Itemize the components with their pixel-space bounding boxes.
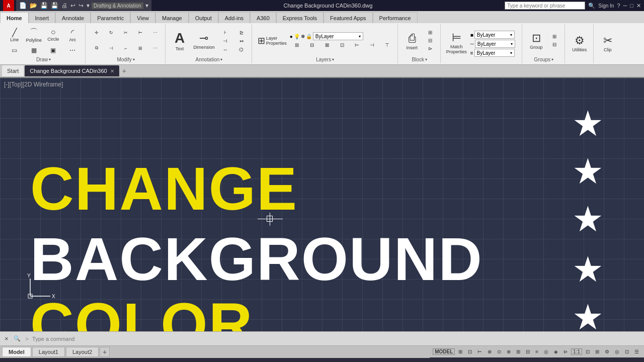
block-insert-btn[interactable]: ⎙ Insert [402,27,422,55]
lw-btn[interactable]: ≡ [533,349,540,354]
annotation-small5-btn[interactable]: ↭ [234,37,249,45]
draw-circle-btn[interactable]: ○ Circle [44,27,63,43]
layer-btn5[interactable]: ⊢ [350,41,364,49]
block-btn3[interactable]: ⊳ [423,45,437,52]
ortho-btn[interactable]: ⊢ [475,349,484,354]
tab-featured[interactable]: Featured Apps [324,12,373,23]
restore-button[interactable]: □ [630,3,633,9]
minimize-button[interactable]: ─ [623,3,627,9]
tab-annotate[interactable]: Annotate [55,12,91,23]
annotation-small4-btn[interactable]: ⊵ [234,29,249,36]
prop-lineweight-arrow[interactable]: ▾ [510,51,512,55]
qa-new[interactable]: 📄 [18,2,28,10]
group-btn2[interactable]: ⊞ [547,33,561,40]
help-icon[interactable]: ? [617,3,620,9]
modify-fillet-btn[interactable]: ⌐ [119,45,133,52]
snap-btn[interactable]: ⊡ [466,349,474,354]
modify-mirror-btn[interactable]: ⊣ [104,45,118,52]
tab-add-btn[interactable]: + [120,67,128,75]
layer-properties-btn[interactable]: ⊞ Layer Properties [256,34,288,47]
fullscreen-btn[interactable]: ⊡ [623,349,631,354]
polar-btn[interactable]: ⊗ [486,349,494,354]
layer-btn2[interactable]: ⊟ [305,41,319,49]
clip-btn[interactable]: ✂ Clip [598,29,618,57]
annotation-small2-btn[interactable]: ⊣ [218,37,232,45]
qa-save-as[interactable]: 💾 [50,2,59,10]
dyn-btn[interactable]: ⊟ [524,349,532,354]
group-btn[interactable]: ⊡ Group [526,27,546,55]
block-dropdown-icon[interactable]: ▾ [425,57,427,62]
command-input[interactable] [32,336,641,342]
customization-btn[interactable]: ☰ [632,349,641,354]
cmd-close-btn[interactable]: × [3,335,10,342]
modify-dropdown-icon[interactable]: ▾ [133,57,135,62]
tab-performance[interactable]: Performance [373,12,418,23]
workspace-dropdown[interactable]: ▾ [144,2,149,10]
layers-group-label[interactable]: Layers ▾ [316,56,334,62]
modify-more2-btn[interactable]: ⋯ [148,45,162,52]
modify-array-btn[interactable]: ⊞ [133,45,147,52]
draw-rect-btn[interactable]: ▭ [5,46,24,55]
modify-group-label[interactable]: Modify ▾ [117,56,134,62]
prop-lineweight-combo[interactable]: ByLayer ▾ [474,49,515,57]
tab-output[interactable]: Output [189,12,218,23]
qa-dropdown[interactable]: ▾ [86,2,91,10]
otrack-btn[interactable]: ⊕ [505,349,513,354]
modify-extend-btn[interactable]: ⊢ [133,29,147,36]
sign-in-button[interactable]: Sign In [598,3,614,9]
tab-a360[interactable]: A360 [250,12,276,23]
modify-trim-btn[interactable]: ✂ [119,29,133,36]
qa-redo[interactable]: ↪ [77,2,85,10]
trans-btn[interactable]: ◎ [542,349,550,354]
layers-dropdown-icon[interactable]: ▾ [332,57,334,62]
modify-more1-btn[interactable]: ⋯ [148,29,162,36]
ribbon-search-input[interactable] [505,2,585,10]
scale-indicator[interactable]: 1:1 [571,348,582,355]
draw-more-btn[interactable]: ⋯ [63,46,83,55]
search-icon[interactable]: 🔍 [588,3,595,9]
draw-arc-btn[interactable]: ◜ Arc [63,27,83,43]
layout2-tab[interactable]: Layout2 [66,347,99,357]
prop-linetype-combo[interactable]: ByLayer ▾ [475,40,515,48]
tab-view[interactable]: View [130,12,155,23]
prop-color-combo[interactable]: ByLayer ▾ [474,31,515,39]
active-doc-tab[interactable]: Change Background CADin360 ✕ [25,65,119,76]
tab-close-btn[interactable]: ✕ [110,68,114,74]
tab-addins[interactable]: Add-ins [218,12,250,23]
anno-btn[interactable]: ⊳ [561,349,570,354]
draw-polyline-btn[interactable]: ⌒ Polyline [25,26,44,44]
add-layout-btn[interactable]: + [100,347,110,357]
groups-dropdown-icon[interactable]: ▾ [551,57,553,62]
isolate-btn[interactable]: ◎ [613,349,621,354]
prop-linetype-arrow[interactable]: ▾ [511,42,513,46]
annotation-scale-btn[interactable]: ⊞ [593,349,601,354]
prop-color-arrow[interactable]: ▾ [510,33,512,37]
layer-btn3[interactable]: ⊠ [320,41,334,49]
workspace-selector[interactable]: Drafting & Annotation [92,3,143,9]
cmd-search-btn[interactable]: 🔍 [12,335,22,342]
tab-parametric[interactable]: Parametric [91,12,130,23]
layer-btn6[interactable]: ⊣ [365,41,379,49]
draw-hatch-btn[interactable]: ▦ [25,46,44,55]
layer-name-combo[interactable]: ByLayer ▾ [313,32,363,40]
modify-rotate-btn[interactable]: ↻ [104,29,118,36]
layer-combo-arrow[interactable]: ▾ [359,34,361,39]
modify-copy-btn[interactable]: ⧉ [90,44,104,52]
close-button[interactable]: ✕ [636,3,641,9]
qa-print[interactable]: 🖨 [60,2,68,10]
viewport-btn[interactable]: ⊡ [584,349,592,354]
tab-manage[interactable]: Manage [155,12,189,23]
draw-gradient-btn[interactable]: ▣ [44,46,63,55]
annotation-small1-btn[interactable]: ⊦ [218,29,232,36]
qa-undo[interactable]: ↩ [69,2,76,10]
utilities-btn[interactable]: ⚙ Utilities [570,29,590,57]
osnap-btn[interactable]: ⊙ [495,349,503,354]
model-tab[interactable]: Model [2,347,31,357]
block-btn1[interactable]: ⊞ [423,29,437,36]
annotation-small6-btn[interactable]: ⌬ [234,46,249,53]
block-group-label[interactable]: Block ▾ [412,56,427,62]
block-btn2[interactable]: ⊟ [423,37,437,44]
qa-open[interactable]: 📂 [29,2,38,10]
draw-dropdown-icon[interactable]: ▾ [49,57,51,62]
start-tab[interactable]: Start [2,65,24,76]
